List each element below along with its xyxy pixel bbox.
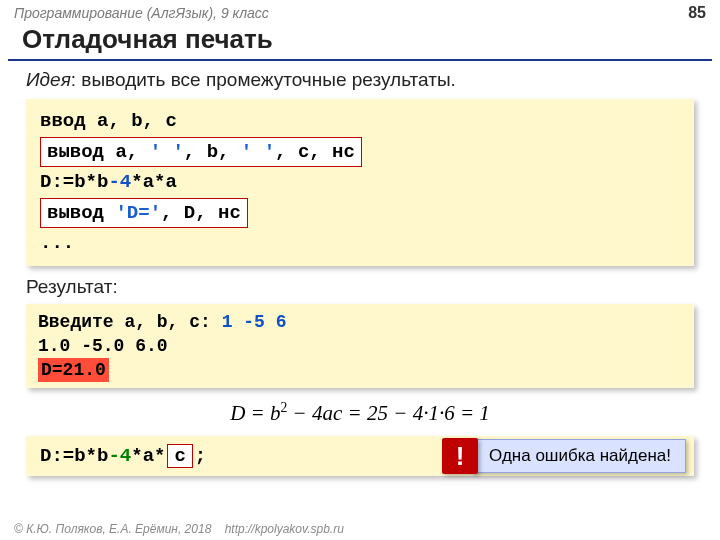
result-line-2: 1.0 -5.0 6.0 [38,334,682,358]
fix-post: ; [195,445,206,467]
highlight-output-2: вывод 'D=', D, нс [40,198,248,229]
code-line-1: ввод a, b, c [40,107,680,136]
code-block: ввод a, b, c вывод a, ' ', b, ' ', c, нс… [26,99,694,266]
result-line-3: D=21.0 [38,358,682,382]
fix-minus4: -4 [108,445,131,467]
page-number: 85 [688,4,706,22]
copyright: © К.Ю. Поляков, Е.А. Ерёмин, 2018 [14,522,211,536]
result-line-1: Введите a, b, c: 1 -5 6 [38,310,682,334]
idea-label: Идея [26,69,71,90]
callout: ! Одна ошибка найдена! [442,438,686,474]
title-block: Отладочная печать [8,24,712,61]
fix-c-box: c [167,444,192,468]
error-value: D=21.0 [38,358,109,382]
idea-text: : выводить все промежуточные результаты. [71,69,456,90]
fix-mid: *a* [131,445,165,467]
course-label: Программирование (АлгЯзык), 9 класс [14,5,269,21]
code-line-4: вывод 'D=', D, нс [40,197,680,230]
code-line-2: вывод a, ' ', b, ' ', c, нс [40,136,680,169]
fix-code-block: D:=b*b-4*a*c; ! Одна ошибка найдена! [26,436,694,476]
content: Идея: выводить все промежуточные результ… [0,69,720,476]
footer: © К.Ю. Поляков, Е.А. Ерёмин, 2018 http:/… [14,522,344,536]
exclamation-icon: ! [442,438,478,474]
formula: D = b2 − 4ac = 25 − 4·1·6 = 1 [26,400,694,426]
result-label: Результат: [26,276,694,298]
code-line-5: ... [40,229,680,258]
page-title: Отладочная печать [22,24,698,55]
idea-line: Идея: выводить все промежуточные результ… [26,69,694,91]
highlight-output-1: вывод a, ' ', b, ' ', c, нс [40,137,362,168]
footer-url: http://kpolyakov.spb.ru [225,522,344,536]
callout-message: Одна ошибка найдена! [472,439,686,473]
code-line-3: D:=b*b-4*a*a [40,168,680,197]
result-block: Введите a, b, c: 1 -5 6 1.0 -5.0 6.0 D=2… [26,304,694,389]
header-bar: Программирование (АлгЯзык), 9 класс 85 [0,0,720,24]
fix-pre: D:=b*b [40,445,108,467]
